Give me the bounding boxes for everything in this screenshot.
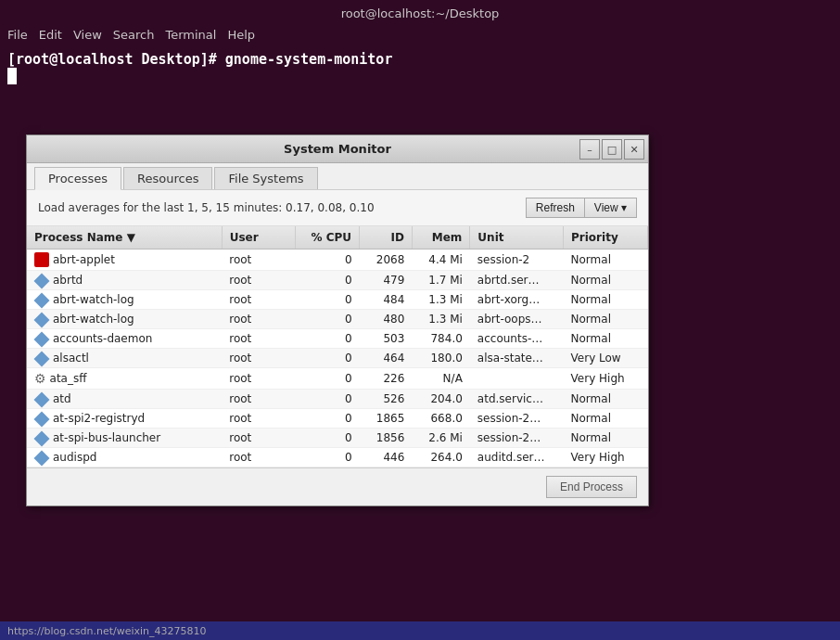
cell-id: 503 [360,329,413,349]
status-bar: https://blog.csdn.net/weixin_43275810 [0,621,840,640]
load-actions: Refresh View ▾ [526,198,637,218]
col-header-cpu[interactable]: % CPU [296,226,360,250]
cell-id: 2068 [360,250,413,271]
cell-mem: 2.6 Mi [412,429,469,448]
menu-view[interactable]: View [73,28,102,42]
col-header-unit[interactable]: Unit [470,226,564,250]
table-row[interactable]: abrtd root 0 479 1.7 Mi abrtd.ser… Norma… [27,271,648,290]
cell-id: 1856 [360,429,413,448]
table-row[interactable]: atd root 0 526 204.0 atd.servic… Normal [27,390,648,409]
cell-id: 446 [360,448,413,467]
cell-priority: Very Low [564,349,648,368]
cell-unit: abrt-oops… [470,310,564,329]
cell-cpu: 0 [296,349,360,368]
sysmon-titlebar: System Monitor – □ ✕ [27,135,648,163]
cell-process-name: at-spi2-registryd [27,409,222,429]
table-row[interactable]: alsactl root 0 464 180.0 alsa-state… Ver… [27,349,648,368]
process-icon-gear: ⚙ [34,371,46,386]
tab-processes[interactable]: Processes [34,167,121,190]
cell-mem: N/A [412,368,469,390]
process-icon-diamond [34,430,50,446]
cell-process-name: abrt-watch-log [27,290,222,310]
close-button[interactable]: ✕ [624,139,644,160]
cell-priority: Normal [564,290,648,310]
cell-unit: session-2… [470,429,564,448]
cell-priority: Normal [564,250,648,271]
cell-user: root [222,390,296,409]
table-row[interactable]: at-spi2-registryd root 0 1865 668.0 sess… [27,409,648,429]
cell-priority: Very High [564,368,648,390]
col-header-id[interactable]: ID [360,226,413,250]
menu-search[interactable]: Search [113,28,155,42]
cell-mem: 4.4 Mi [412,250,469,271]
view-button[interactable]: View ▾ [585,198,637,218]
window-controls: – □ ✕ [579,139,644,160]
table-row[interactable]: accounts-daemon root 0 503 784.0 account… [27,329,648,349]
cell-cpu: 0 [296,290,360,310]
cell-cpu: 0 [296,250,360,271]
cell-cpu: 0 [296,429,360,448]
cell-priority: Very High [564,448,648,467]
cell-id: 226 [360,368,413,390]
table-row[interactable]: abrt-applet root 0 2068 4.4 Mi session-2… [27,250,648,271]
sysmon-window: System Monitor – □ ✕ Processes Resources… [26,134,649,506]
tab-filesystems[interactable]: File Systems [214,167,317,189]
tab-resources[interactable]: Resources [123,167,212,189]
terminal-cursor [7,68,17,84]
table-header-row: Process Name ▼ User % CPU ID Mem [27,226,648,250]
process-icon-diamond [34,391,50,407]
sysmon-title: System Monitor [284,142,391,156]
cell-cpu: 0 [296,368,360,390]
terminal-titlebar: root@localhost:~/Desktop [0,0,840,26]
cell-cpu: 0 [296,390,360,409]
menu-terminal[interactable]: Terminal [165,28,216,42]
cell-process-name: abrt-watch-log [27,310,222,329]
refresh-button[interactable]: Refresh [526,198,585,218]
menu-help[interactable]: Help [227,28,255,42]
terminal-title: root@localhost:~/Desktop [341,6,500,20]
cell-user: root [222,429,296,448]
table-row[interactable]: at-spi-bus-launcher root 0 1856 2.6 Mi s… [27,429,648,448]
process-icon-diamond [34,292,50,308]
table-row[interactable]: abrt-watch-log root 0 480 1.3 Mi abrt-oo… [27,310,648,329]
process-icon-diamond [34,450,50,466]
cell-priority: Normal [564,310,648,329]
maximize-button[interactable]: □ [602,139,622,160]
cell-priority: Normal [564,329,648,349]
cell-user: root [222,368,296,390]
table-row[interactable]: ⚙ata_sff root 0 226 N/A Very High [27,368,648,390]
cell-process-name: at-spi-bus-launcher [27,429,222,448]
table-row[interactable]: audispd root 0 446 264.0 auditd.ser… Ver… [27,448,648,467]
cell-mem: 180.0 [412,349,469,368]
cell-process-name: atd [27,390,222,409]
cell-unit: accounts-… [470,329,564,349]
end-process-button[interactable]: End Process [546,476,637,498]
cell-user: root [222,271,296,290]
cell-mem: 1.3 Mi [412,310,469,329]
cell-unit: atd.servic… [470,390,564,409]
col-header-priority[interactable]: Priority [564,226,648,250]
col-header-process-name[interactable]: Process Name ▼ [27,226,222,250]
cell-unit: auditd.ser… [470,448,564,467]
process-icon-diamond [34,312,50,327]
col-header-mem[interactable]: Mem [412,226,469,250]
cell-mem: 204.0 [412,390,469,409]
terminal-command: [root@localhost Desktop]# gnome-system-m… [7,51,392,68]
minimize-button[interactable]: – [579,139,600,160]
cell-user: root [222,310,296,329]
col-header-user[interactable]: User [222,226,296,250]
cell-process-name: alsactl [27,349,222,368]
table-row[interactable]: abrt-watch-log root 0 484 1.3 Mi abrt-xo… [27,290,648,310]
status-url: https://blog.csdn.net/weixin_43275810 [7,625,207,637]
cell-unit [470,368,564,390]
menu-file[interactable]: File [7,28,28,42]
process-table-container[interactable]: Process Name ▼ User % CPU ID Mem [27,226,648,468]
process-icon-diamond [34,331,50,347]
cell-user: root [222,448,296,467]
menu-edit[interactable]: Edit [39,28,62,42]
cell-user: root [222,250,296,271]
cell-process-name: abrtd [27,271,222,290]
cell-mem: 1.3 Mi [412,290,469,310]
cell-mem: 264.0 [412,448,469,467]
process-icon-diamond [34,273,50,288]
